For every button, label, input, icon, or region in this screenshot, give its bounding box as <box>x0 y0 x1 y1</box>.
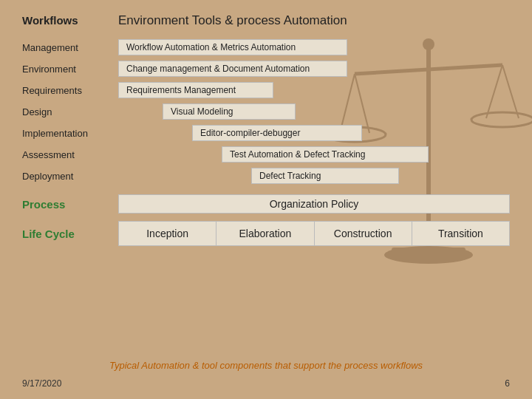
page-title: Environment Tools & process Automation <box>118 13 347 28</box>
implementation-row: Implementation Editor-compiler-debugger <box>22 124 510 142</box>
req-mgmt-bar: Requirements Management <box>118 82 273 98</box>
design-label: Design <box>22 106 118 117</box>
process-row: Process Organization Policy <box>22 194 510 214</box>
header-row: Workflows Environment Tools & process Au… <box>22 13 510 28</box>
editor-bar: Editor-compiler-debugger <box>192 125 362 141</box>
assessment-row: Assessment Test Automation & Defect Trac… <box>22 146 510 163</box>
deployment-row: Deployment Defect Tracking <box>22 167 510 185</box>
lifecycle-inception: Inception <box>119 222 216 245</box>
assessment-label: Assessment <box>22 149 118 160</box>
defect-bar: Defect Tracking <box>251 168 399 184</box>
environment-label: Environment <box>22 64 118 75</box>
implementation-label: Implementation <box>22 128 118 139</box>
lifecycle-construction: Construction <box>315 222 412 245</box>
workflows-label: Workflows <box>22 14 118 27</box>
visual-bar: Visual Modeling <box>163 103 296 120</box>
footer-page-number: 6 <box>505 378 510 389</box>
design-row: Design Visual Modeling <box>22 103 510 120</box>
lifecycle-elaboration: Elaboration <box>216 222 314 245</box>
lifecycle-cells: Inception Elaboration Construction Trans… <box>118 221 510 246</box>
workflow-auto-bar: Workflow Automation & Metrics Automation <box>118 39 347 55</box>
change-mgmt-bar: Change management & Document Automation <box>118 61 347 77</box>
environment-row: Environment Change management & Document… <box>22 60 510 78</box>
org-policy-bar: Organization Policy <box>118 194 510 214</box>
requirements-row: Requirements Requirements Management <box>22 81 510 99</box>
process-label: Process <box>22 198 118 211</box>
lifecycle-transition: Transition <box>412 222 509 245</box>
deployment-label: Deployment <box>22 171 118 182</box>
content-area: Management Workflow Automation & Metrics… <box>22 38 510 246</box>
lifecycle-row: Life Cycle Inception Elaboration Constru… <box>22 221 510 246</box>
management-row: Management Workflow Automation & Metrics… <box>22 38 510 56</box>
footer-description: Typical Automation & tool components tha… <box>109 360 423 371</box>
management-label: Management <box>22 42 118 53</box>
test-auto-bar: Test Automation & Defect Tracking <box>222 146 429 163</box>
requirements-label: Requirements <box>22 85 118 96</box>
lifecycle-label: Life Cycle <box>22 228 118 240</box>
footer-date: 9/17/2020 <box>22 378 61 389</box>
